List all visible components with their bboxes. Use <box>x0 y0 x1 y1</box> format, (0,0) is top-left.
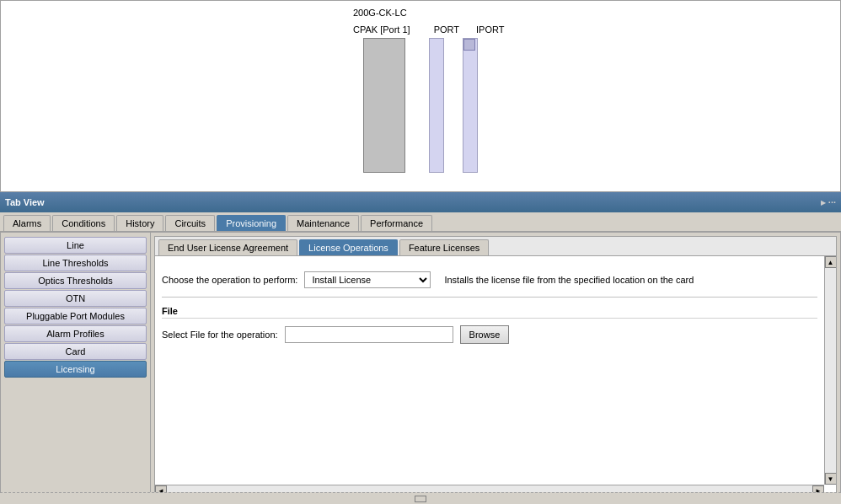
tab-history[interactable]: History <box>116 215 163 231</box>
diagram-area: 200G-CK-LC CPAK [Port 1] PORT IPORT <box>0 0 841 192</box>
tab-conditions[interactable]: Conditions <box>52 215 115 231</box>
tab-circuits[interactable]: Circuits <box>165 215 215 231</box>
sub-tab-license-operations[interactable]: License Operations <box>299 239 398 255</box>
sub-tab-feature-licenses[interactable]: Feature Licenses <box>399 239 489 255</box>
file-row: Select File for the operation: Browse <box>162 325 817 344</box>
right-panel: End User License Agreement License Opera… <box>154 236 837 497</box>
tab-performance[interactable]: Performance <box>361 215 432 231</box>
operation-row: Choose the operation to perform: Install… <box>162 271 817 288</box>
device-label: 200G-CK-LC <box>353 8 407 18</box>
diagram-inner: 200G-CK-LC CPAK [Port 1] PORT IPORT <box>1 1 840 191</box>
main-tabs-row: Alarms Conditions History Circuits Provi… <box>0 212 841 232</box>
tab-view-header: Tab View ▸ ··· <box>0 192 841 212</box>
main-content: Line Line Thresholds Optics Thresholds O… <box>0 232 841 501</box>
operation-label: Choose the operation to perform: <box>162 275 297 285</box>
tab-alarms[interactable]: Alarms <box>3 215 51 231</box>
sidebar-item-alarm-profiles[interactable]: Alarm Profiles <box>4 325 147 342</box>
cpak-column <box>363 38 405 173</box>
divider <box>162 297 817 298</box>
operation-description: Installs the license file from the speci… <box>444 275 694 285</box>
sidebar-item-otn[interactable]: OTN <box>4 290 147 307</box>
resize-handle-icon <box>415 496 426 502</box>
panel-wrapper: ▲ ▼ ◄ ► Choose the operation to perform:… <box>155 256 836 496</box>
iport-small-box <box>463 39 475 51</box>
sidebar-item-line[interactable]: Line <box>4 237 147 254</box>
scroll-down-arrow[interactable]: ▼ <box>825 473 837 485</box>
iport-column <box>463 38 478 173</box>
sidebar-item-licensing[interactable]: Licensing <box>4 361 147 378</box>
tab-view-actions[interactable]: ▸ ··· <box>821 197 836 208</box>
file-select-label: Select File for the operation: <box>162 330 278 340</box>
sidebar-item-line-thresholds[interactable]: Line Thresholds <box>4 255 147 271</box>
sidebar-item-card[interactable]: Card <box>4 343 147 360</box>
file-section-label: File <box>162 306 817 319</box>
port-column <box>429 38 444 173</box>
sidebar-item-optics-thresholds[interactable]: Optics Thresholds <box>4 272 147 289</box>
sidebar: Line Line Thresholds Optics Thresholds O… <box>1 233 151 501</box>
file-input[interactable] <box>285 326 453 343</box>
bottom-handle <box>0 492 841 504</box>
cpak-label: CPAK [Port 1] <box>353 24 410 35</box>
browse-button[interactable]: Browse <box>460 325 510 344</box>
sub-tabs-row: End User License Agreement License Opera… <box>155 237 836 256</box>
scroll-up-arrow[interactable]: ▲ <box>825 256 837 268</box>
iport-label: IPORT <box>476 24 504 35</box>
scrollbar-vertical[interactable]: ▲ ▼ <box>824 256 836 485</box>
tab-view-title: Tab View <box>5 197 45 207</box>
file-section: File Select File for the operation: Brow… <box>162 306 817 344</box>
port-label: PORT <box>434 24 459 35</box>
panel-content: Choose the operation to perform: Install… <box>155 256 824 485</box>
port-labels: CPAK [Port 1] PORT IPORT <box>353 24 504 35</box>
tab-provisioning[interactable]: Provisioning <box>217 215 286 231</box>
tab-maintenance[interactable]: Maintenance <box>287 215 359 231</box>
operation-select[interactable]: Install License <box>304 271 431 288</box>
sub-tab-eula[interactable]: End User License Agreement <box>158 239 297 255</box>
sidebar-item-pluggable-port-modules[interactable]: Pluggable Port Modules <box>4 308 147 324</box>
